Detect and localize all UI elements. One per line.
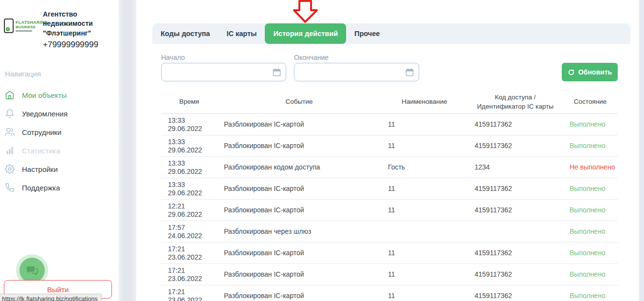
cell-code: 4159117362	[468, 120, 563, 129]
company-name: Агентство недвижимости "Флэтшеринг"	[43, 10, 107, 38]
cell-status: Выполнено	[563, 120, 618, 129]
cell-name: 11	[381, 249, 468, 257]
tab-action-history[interactable]: История действий	[265, 23, 346, 44]
sidebar-item-settings[interactable]: Настройки	[5, 160, 112, 178]
col-header-status: Состояние	[563, 97, 618, 106]
sidebar-item-label: Поддержка	[22, 184, 60, 192]
page-scrollbar[interactable]	[639, 0, 644, 301]
logo-tagline	[16, 30, 32, 32]
bar-chart-icon	[5, 146, 15, 155]
cell-code: 4159117362	[468, 185, 563, 193]
table-row: 17:2123.06.2022 Разблокирован IC-картой …	[161, 264, 618, 285]
col-header-event: Событие	[217, 97, 381, 106]
cell-event: Разблокирован IC-картой	[217, 292, 381, 300]
cell-status: Выполнено	[563, 292, 618, 300]
cell-status: Выполнено	[563, 227, 618, 236]
logo-phone-icon: 1	[4, 19, 14, 33]
table-row: 13:3329.06.2022 Разблокирован IC-картой …	[161, 114, 618, 135]
bell-icon	[5, 109, 15, 118]
cell-name: Гость	[381, 163, 468, 171]
tab-access-codes[interactable]: Коды доступа	[152, 23, 218, 44]
col-header-name: Наименование	[381, 97, 468, 106]
cell-event: Разблокирован IC-картой	[217, 270, 381, 279]
annotation-arrow-icon	[292, 0, 320, 23]
cell-code: 4159117362	[468, 249, 563, 257]
cell-event: Разблокирован через шлюз	[217, 227, 381, 236]
refresh-button[interactable]: Обновить	[562, 63, 618, 81]
col-header-time: Время	[161, 97, 217, 106]
cell-name: 11	[381, 142, 468, 150]
sidebar-item-label: Настройки	[22, 165, 58, 173]
sidebar-divider	[118, 0, 136, 301]
sidebar-item-label: Уведомления	[22, 110, 68, 118]
cell-code: 4159117362	[468, 206, 563, 214]
cell-event: Разблокирован IC-картой	[217, 142, 381, 150]
cell-event: Разблокирован IC-картой	[217, 206, 381, 214]
sidebar-item-employees[interactable]: Сотрудники	[5, 123, 112, 141]
cell-time: 13:3329.06.2022	[161, 181, 217, 197]
calendar-icon	[405, 68, 414, 76]
sidebar-nav: Мои объекты Уведомления Сотрудники Стати…	[5, 86, 112, 197]
cell-code: 4159117362	[468, 142, 563, 150]
cell-time: 13:3329.06.2022	[161, 138, 217, 154]
table-rows: 13:3329.06.2022 Разблокирован IC-картой …	[161, 114, 618, 301]
cell-time: 13:3329.06.2022	[161, 116, 217, 133]
refresh-icon	[568, 69, 575, 76]
sidebar-item-statistics: Статистика	[5, 141, 112, 160]
table-row: 12:2129.06.2022 Разблокирован IC-картой …	[161, 200, 618, 221]
cell-code: 4159117362	[468, 292, 563, 300]
end-date-label: Окончание	[294, 54, 329, 61]
cell-time: 12:2129.06.2022	[161, 202, 217, 219]
cell-time: 17:2123.06.2022	[161, 266, 217, 283]
cell-event: Разблокирован IC-картой	[217, 185, 381, 193]
sidebar: 1 FLATSHARING BUSINESS Агентство недвижи…	[0, 0, 118, 301]
object-tabs: Коды доступа IC карты История действий П…	[152, 23, 630, 44]
users-icon	[5, 127, 15, 137]
table-row: 17:2123.06.2022 Разблокирован IC-картой …	[161, 285, 618, 301]
table-row: 13:3329.06.2022 Разблокирован IC-картой …	[161, 135, 618, 157]
cell-time: 13:3329.06.2022	[161, 159, 217, 176]
cell-name: 11	[381, 206, 468, 214]
company-logo: 1 FLATSHARING BUSINESS	[4, 19, 48, 33]
cell-name: 11	[381, 120, 468, 129]
cell-status: Выполнено	[563, 142, 618, 150]
chat-fab-button[interactable]	[19, 258, 45, 283]
table-row: 17:5724.06.2022 Разблокирован через шлюз…	[161, 221, 618, 243]
cell-code: 4159117362	[468, 270, 563, 279]
logo-badge: 1	[6, 27, 10, 31]
phone-icon	[5, 183, 15, 192]
table-header-row: Время Событие Наименование Код доступа /…	[161, 91, 618, 114]
calendar-icon	[273, 68, 281, 76]
cell-name: 11	[381, 270, 468, 279]
tab-ic-cards[interactable]: IC карты	[218, 23, 265, 44]
cell-status: Выполнено	[563, 206, 618, 214]
refresh-button-label: Обновить	[578, 68, 612, 76]
table-row: 17:2123.06.2022 Разблокирован IC-картой …	[161, 243, 618, 264]
sidebar-item-label: Статистика	[22, 147, 60, 155]
cell-status: Выполнено	[563, 185, 618, 193]
home-icon	[5, 90, 15, 100]
table-row: 13:3329.06.2022 Разблокирован IC-картой …	[161, 178, 618, 200]
sidebar-item-my-objects[interactable]: Мои объекты	[5, 86, 112, 104]
cell-time: 17:2123.06.2022	[161, 288, 217, 301]
cell-time: 17:5724.06.2022	[161, 224, 217, 240]
cell-event: Разблокирован IC-картой	[217, 249, 381, 257]
sidebar-item-notifications[interactable]: Уведомления	[5, 104, 112, 123]
cell-status: Не выполнено	[563, 163, 618, 171]
cell-status: Выполнено	[563, 249, 618, 257]
chat-bubbles-icon	[26, 264, 38, 277]
start-date-input[interactable]	[161, 63, 286, 81]
col-header-code: Код доступа / Идентификатор IC карты	[474, 93, 557, 111]
end-date-input[interactable]	[294, 63, 419, 81]
cell-status: Выполнено	[563, 270, 618, 279]
nav-section-label: Навигация	[5, 70, 41, 78]
tab-other[interactable]: Прочее	[346, 23, 388, 44]
sidebar-item-support[interactable]: Поддержка	[5, 178, 112, 197]
table-row: 13:3329.06.2022 Разблокирован кодом дост…	[161, 157, 618, 178]
app-window: 1 FLATSHARING BUSINESS Агентство недвижи…	[0, 0, 644, 301]
cell-time: 17:2123.06.2022	[161, 245, 217, 262]
browser-status-url: https://lk.flatsharing.biz/notifications	[0, 294, 102, 301]
company-phone: +79999999999	[43, 40, 98, 50]
sidebar-item-label: Сотрудники	[22, 128, 61, 136]
cell-event: Разблокирован кодом доступа	[217, 163, 381, 171]
